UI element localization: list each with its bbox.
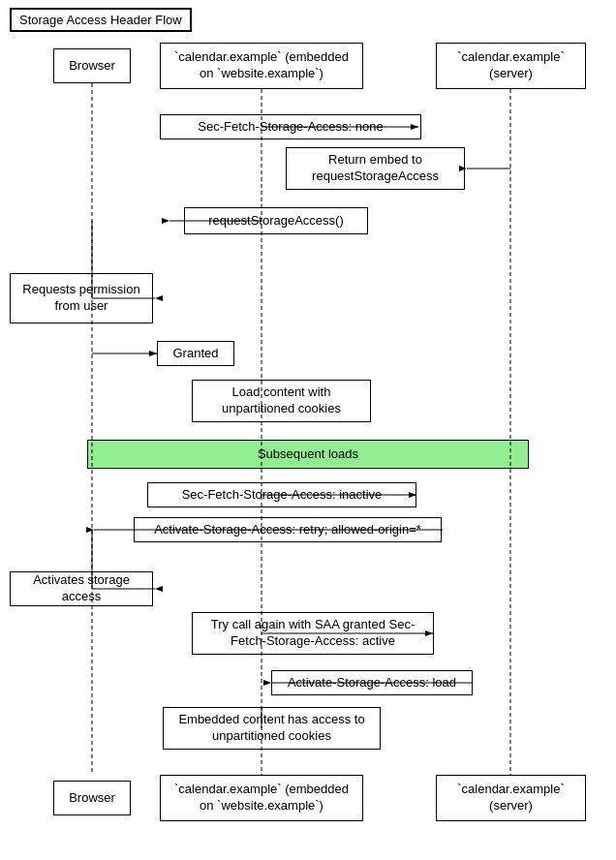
- activate-retry-box: Activate-Storage-Access: retry; allowed-…: [134, 517, 442, 542]
- subsequent-loads-box: Subsequent loads: [87, 440, 529, 469]
- browser-top: Browser: [53, 48, 131, 83]
- calendar-server-bottom: `calendar.example` (server): [436, 775, 586, 821]
- diagram-title: Storage Access Header Flow: [10, 8, 192, 32]
- activates-storage-box: Activates storage access: [10, 571, 153, 606]
- return-embed-box: Return embed to requestStorageAccess: [286, 147, 465, 190]
- granted-box: Granted: [157, 341, 234, 366]
- request-storage-access-box: requestStorageAccess(): [184, 207, 368, 234]
- calendar-embedded-top: `calendar.example` (embedded on `website…: [160, 43, 363, 89]
- calendar-embedded-bottom: `calendar.example` (embedded on `website…: [160, 775, 363, 821]
- embedded-content-box: Embedded content has access to unpartiti…: [163, 707, 381, 750]
- activate-load-box: Activate-Storage-Access: load: [271, 670, 473, 695]
- load-content-box: Load content with unpartitioned cookies: [192, 380, 371, 422]
- calendar-server-top: `calendar.example` (server): [436, 43, 586, 89]
- try-call-again-box: Try call again with SAA granted Sec-Fetc…: [192, 612, 434, 655]
- requests-permission-box: Requests permission from user: [10, 273, 153, 323]
- sec-fetch-none-box: Sec-Fetch-Storage-Access: none: [160, 114, 421, 139]
- browser-bottom: Browser: [53, 781, 131, 815]
- diagram-container: Storage Access Header Flow Browser `cale…: [0, 0, 616, 860]
- sec-fetch-inactive-box: Sec-Fetch-Storage-Access: inactive: [147, 482, 416, 507]
